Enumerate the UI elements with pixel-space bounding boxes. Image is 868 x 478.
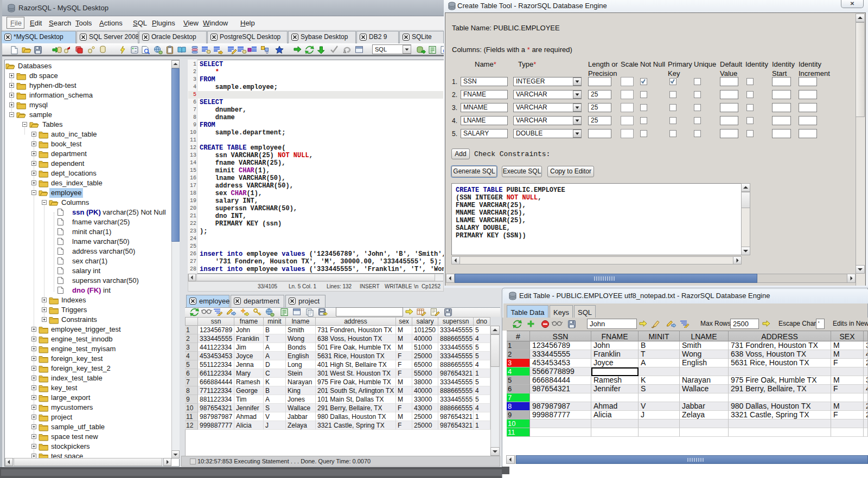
svg-text:0: 0: [266, 50, 269, 54]
